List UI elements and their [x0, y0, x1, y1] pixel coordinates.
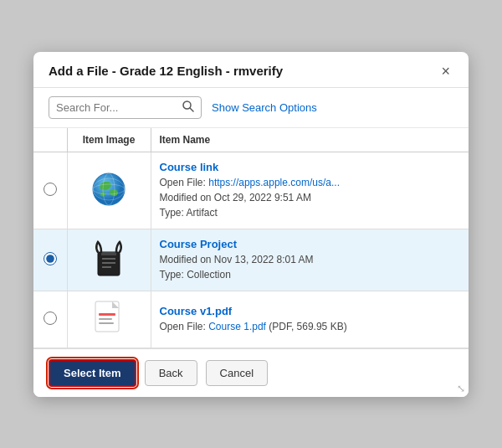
item-detail-line: Open File: Course 1.pdf (PDF, 569.95 KB)	[160, 319, 461, 334]
svg-rect-15	[99, 313, 115, 316]
row-image-cell	[67, 291, 151, 348]
item-radio-2[interactable]	[44, 252, 57, 265]
modal-body: Item Image Item Name	[33, 128, 469, 348]
row-image-cell	[67, 229, 151, 291]
modal-header: Add a File - Grade 12 English - rmverify…	[33, 52, 469, 88]
item-detail-line: Modified on Nov 13, 2022 8:01 AM	[160, 252, 461, 267]
item-detail-line: Modified on Oct 29, 2022 9:51 AM	[160, 190, 461, 205]
svg-rect-10	[101, 252, 116, 255]
row-name-cell: Course v1.pdfOpen File: Course 1.pdf (PD…	[151, 291, 469, 348]
row-name-cell: Course linkOpen File: https://apps.apple…	[151, 152, 469, 229]
resize-handle: ⤡	[457, 384, 465, 394]
search-icon	[182, 100, 194, 115]
overlay: Add a File - Grade 12 English - rmverify…	[0, 0, 502, 448]
col-header-radio	[33, 128, 67, 152]
table-row[interactable]: Course linkOpen File: https://apps.apple…	[33, 152, 469, 229]
items-table: Item Image Item Name	[33, 128, 469, 348]
search-input[interactable]	[56, 101, 177, 114]
item-detail-line: Type: Collection	[160, 267, 461, 282]
item-name-link[interactable]: Course v1.pdf	[160, 305, 461, 317]
back-button[interactable]: Back	[145, 360, 197, 386]
svg-rect-16	[99, 318, 112, 320]
svg-rect-17	[99, 322, 114, 324]
row-image-cell	[67, 152, 151, 229]
table-row[interactable]: Course v1.pdfOpen File: Course 1.pdf (PD…	[33, 291, 469, 348]
col-header-image: Item Image	[67, 128, 151, 152]
modal-dialog: Add a File - Grade 12 English - rmverify…	[33, 52, 469, 397]
show-search-options-link[interactable]: Show Search Options	[212, 101, 317, 114]
item-detail-line: Open File: https://apps.apple.com/us/a..…	[160, 175, 461, 190]
row-name-cell: Course ProjectModified on Nov 13, 2022 8…	[151, 229, 469, 291]
row-radio-cell	[33, 152, 67, 229]
item-detail-line: Type: Artifact	[160, 205, 461, 220]
row-radio-cell	[33, 291, 67, 348]
table-header-row: Item Image Item Name	[33, 128, 469, 152]
item-name-link[interactable]: Course link	[160, 161, 461, 173]
search-bar: Show Search Options	[33, 88, 469, 128]
modal-title: Add a File - Grade 12 English - rmverify	[49, 64, 283, 78]
select-item-button[interactable]: Select Item	[49, 359, 136, 387]
table-row[interactable]: Course ProjectModified on Nov 13, 2022 8…	[33, 229, 469, 291]
search-input-wrap	[49, 96, 202, 119]
close-button[interactable]: ×	[438, 64, 453, 79]
modal-scroll-area[interactable]: Item Image Item Name	[33, 128, 469, 348]
item-radio-1[interactable]	[44, 183, 57, 196]
item-radio-3[interactable]	[44, 312, 57, 325]
cancel-button[interactable]: Cancel	[206, 360, 268, 386]
modal-footer: Select Item Back Cancel	[33, 348, 469, 397]
col-header-name: Item Name	[151, 128, 469, 152]
row-radio-cell	[33, 229, 67, 291]
svg-rect-9	[98, 252, 120, 275]
item-name-link[interactable]: Course Project	[160, 238, 461, 250]
svg-line-1	[190, 108, 193, 111]
